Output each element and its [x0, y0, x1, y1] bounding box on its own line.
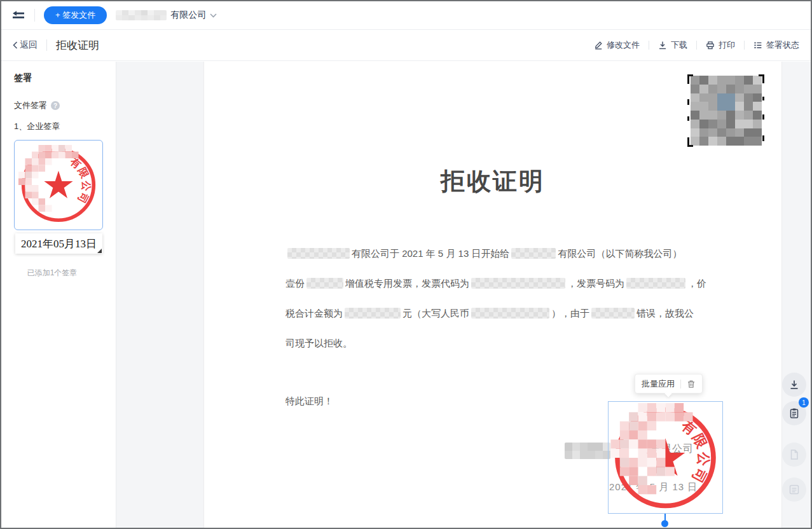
paragraph-text: 元（大写人民币 — [403, 308, 469, 319]
print-label: 打印 — [719, 39, 735, 51]
toolbar-actions: 修改文件 下载 打印 — [594, 39, 799, 51]
float-detail-button[interactable] — [782, 477, 806, 502]
enterprise-seal-item: 1、企业签章 — [14, 121, 116, 132]
redacted-text — [306, 278, 343, 289]
toolbar-separator — [696, 41, 697, 50]
sign-status-label: 签署状态 — [766, 39, 799, 51]
float-sign-tasks-button[interactable]: 1 — [782, 401, 806, 425]
seal-date-chip[interactable]: 2021年05月13日 — [15, 233, 102, 254]
toolbar-separator — [649, 41, 649, 50]
page-title: 拒收证明 — [56, 38, 99, 53]
document-title: 拒收证明 — [204, 165, 781, 198]
batch-apply-button[interactable]: 批量应用 — [642, 378, 675, 390]
svg-text:公: 公 — [696, 451, 712, 467]
seal-count-note: 已添加1个签章 — [1, 268, 103, 278]
company-seal-image: 有 限 公 司 — [18, 145, 99, 225]
svg-text:公: 公 — [81, 180, 93, 192]
redacted-text — [287, 248, 350, 259]
company-name-suffix: 有限公司 — [170, 10, 206, 21]
paragraph-text: 有限公司于 2021 年 5 月 13 日开始给 — [352, 248, 509, 259]
seal-drag-handle[interactable] — [661, 520, 668, 527]
document-canvas: 拒收证明 有限公司于 2021 年 5 月 13 日开始给有限公司（以下简称我公… — [116, 62, 811, 528]
edit-document-button[interactable]: 修改文件 — [594, 39, 640, 51]
document-paragraph-line: 有限公司于 2021 年 5 月 13 日开始给有限公司（以下简称我公司） — [286, 238, 705, 268]
paragraph-text: 有限公司（以下简称我公司） — [558, 248, 682, 259]
toolbar-divider — [46, 39, 47, 51]
topbar-divider — [34, 9, 35, 22]
detail-list-icon — [788, 484, 800, 495]
redacted-text — [471, 278, 565, 289]
download-label: 下载 — [671, 39, 687, 51]
redacted-text — [511, 248, 556, 259]
signature-sidebar: 签署 文件签署 ? 1、企业签章 有 限 公 司 2021年05月13日 — [1, 62, 116, 528]
paragraph-text: 税合计金额为 — [286, 308, 343, 319]
seal-action-tooltip: 批量应用 — [635, 374, 703, 394]
collapse-sidebar-icon[interactable] — [11, 8, 25, 22]
tooltip-separator — [680, 380, 681, 388]
document-toolbar: 返回 拒收证明 修改文件 下载 — [1, 30, 811, 61]
status-list-icon — [754, 41, 762, 50]
company-switcher[interactable]: 有限公司 — [116, 10, 217, 21]
document-paragraph: 有限公司于 2021 年 5 月 13 日开始给有限公司（以下简称我公司）壹份增… — [286, 238, 705, 358]
issue-document-button[interactable]: + 签发文件 — [44, 6, 107, 24]
paragraph-text: ，价 — [687, 278, 706, 289]
printer-icon — [706, 41, 715, 50]
redacted-signer-name — [565, 443, 610, 459]
edit-document-label: 修改文件 — [607, 39, 640, 51]
chevron-left-icon — [13, 41, 18, 49]
redacted-company-name — [116, 10, 167, 20]
trash-icon — [687, 380, 696, 388]
task-count-badge: 1 — [799, 397, 809, 408]
chevron-down-icon — [210, 13, 217, 18]
clipboard-icon — [788, 408, 800, 419]
help-icon[interactable]: ? — [51, 101, 60, 110]
seal-date-text: 2021年05月13日 — [21, 237, 97, 251]
company-seal-image: 有 限 公 司 — [610, 403, 720, 512]
esign-document-viewer: + 签发文件 有限公司 返回 拒收证明 修改文件 — [0, 0, 812, 529]
paragraph-text: 增值税专用发票，发票代码为 — [345, 278, 469, 289]
document-paragraph-line: 壹份增值税专用发票，发票代码为，发票号码为，价 — [286, 268, 705, 298]
print-button[interactable]: 打印 — [706, 39, 735, 51]
document-paragraph-line: 税合计金额为元（大写人民币），由于错误，故我公 — [286, 298, 705, 328]
document-paragraph-line: 司现予以拒收。 — [286, 328, 705, 358]
download-icon — [788, 379, 800, 390]
file-sign-label: 文件签署 — [14, 100, 47, 111]
document-page: 拒收证明 有限公司于 2021 年 5 月 13 日开始给有限公司（以下简称我公… — [203, 62, 782, 528]
sidebar-heading: 签署 — [14, 72, 116, 84]
download-icon — [658, 41, 667, 50]
download-button[interactable]: 下载 — [658, 39, 687, 51]
file-icon — [788, 449, 800, 460]
redacted-text — [345, 308, 401, 319]
float-download-button[interactable] — [782, 373, 806, 397]
document-closing: 特此证明！ — [286, 386, 333, 416]
paragraph-text: ），由于 — [551, 308, 589, 319]
top-bar: + 签发文件 有限公司 — [1, 1, 811, 30]
back-label: 返回 — [20, 39, 38, 51]
paragraph-text: 壹份 — [286, 278, 305, 289]
pencil-icon — [594, 41, 603, 50]
float-document-button[interactable] — [782, 443, 806, 467]
paragraph-text: 错误，故我公 — [637, 308, 694, 319]
delete-seal-button[interactable] — [687, 380, 696, 388]
seal-thumbnail[interactable]: 有 限 公 司 — [14, 140, 103, 230]
paragraph-text: ，发票号码为 — [567, 278, 624, 289]
main-area: 签署 文件签署 ? 1、企业签章 有 限 公 司 2021年05月13日 — [1, 62, 811, 528]
redacted-text — [591, 308, 635, 319]
redacted-text — [626, 278, 685, 289]
collapse-menu-icon — [11, 8, 25, 22]
back-button[interactable]: 返回 — [13, 39, 38, 51]
redacted-qr-code — [691, 76, 762, 146]
redacted-text — [471, 308, 549, 319]
placed-seal[interactable]: 有 限 公 司 — [608, 401, 723, 514]
toolbar-separator — [744, 41, 745, 50]
paragraph-text: 司现予以拒收。 — [286, 338, 352, 348]
sign-status-button[interactable]: 签署状态 — [754, 39, 799, 51]
